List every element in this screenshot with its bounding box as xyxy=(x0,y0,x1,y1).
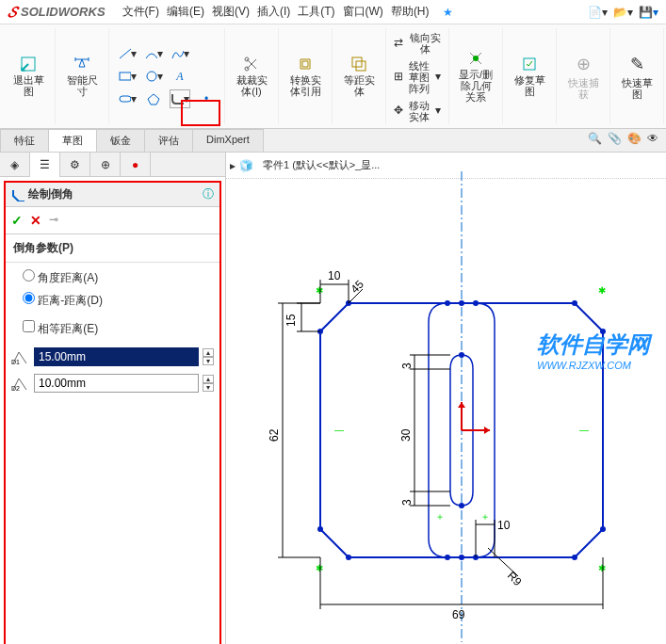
quick-sketch-button[interactable]: ✎ 快速草图 xyxy=(618,53,656,100)
part-icon: 🧊 xyxy=(239,159,253,172)
new-icon[interactable]: 📄▾ xyxy=(588,6,608,19)
cancel-button[interactable]: ✕ xyxy=(30,213,41,228)
workspace: ◈ ☰ ⚙ ⊕ ● 绘制倒角 ⓘ ✓ ✕ ⊸ 倒角参数(P) 角度距离(A) 距… xyxy=(0,153,666,644)
d2-up-button[interactable]: ▴ xyxy=(203,375,214,383)
svg-text:✱: ✱ xyxy=(598,285,606,296)
angle-distance-radio[interactable]: 角度距离(A) xyxy=(23,266,203,289)
rect-tool[interactable]: ▾ xyxy=(117,67,138,86)
d1-up-button[interactable]: ▴ xyxy=(203,348,214,357)
svg-point-19 xyxy=(572,555,577,560)
svg-point-25 xyxy=(445,300,450,306)
menu-window[interactable]: 窗口(W) xyxy=(343,4,383,20)
help-icon[interactable]: ⓘ xyxy=(203,186,214,202)
dim-r9: R9 xyxy=(505,569,525,588)
move-button[interactable]: 移动实体 xyxy=(409,100,430,122)
arc-tool[interactable]: ▾ xyxy=(143,44,164,63)
convert-button[interactable]: 转换实体引用 xyxy=(286,56,324,97)
equal-distance-checkbox[interactable]: 相等距离(E) xyxy=(23,317,203,340)
trim-button[interactable]: 裁裁实体(I) xyxy=(233,56,270,97)
sidebar-tab-dim[interactable]: ⊕ xyxy=(90,153,121,177)
dim-45: 45 xyxy=(348,278,366,297)
sidebar-tab-feature-tree[interactable]: ◈ xyxy=(0,153,30,177)
move-icon: ✥ xyxy=(394,104,403,117)
tab-sheet-metal[interactable]: 钣金 xyxy=(96,129,145,152)
graphics-area[interactable]: ▸ 🧊 零件1 (默认<<默认>_显... 软件自学网 WWW.RJZXW.CO… xyxy=(226,153,666,644)
search-icon[interactable]: 🔍 xyxy=(588,132,602,149)
save-icon[interactable]: 💾▾ xyxy=(639,6,658,19)
svg-point-26 xyxy=(473,300,479,306)
svg-point-29 xyxy=(459,352,464,358)
menu-edit[interactable]: 编辑(E) xyxy=(167,4,204,20)
repair-icon xyxy=(521,56,538,72)
exit-sketch-icon xyxy=(20,56,37,72)
svg-point-21 xyxy=(317,526,323,532)
d2-down-button[interactable]: ▾ xyxy=(203,383,214,392)
display-relations-button[interactable]: 显示/删除几何关系 xyxy=(457,50,495,103)
tab-dimxpert[interactable]: DimXpert xyxy=(192,129,264,152)
svg-rect-7 xyxy=(352,57,362,67)
ok-button[interactable]: ✓ xyxy=(11,213,23,228)
tab-evaluate[interactable]: 评估 xyxy=(144,129,193,152)
d2-input[interactable] xyxy=(34,374,199,393)
pin-icon[interactable]: ⊸ xyxy=(49,213,58,228)
pattern-button[interactable]: 线性草图阵列 xyxy=(409,60,430,94)
line-tool[interactable]: ▾ xyxy=(117,44,138,63)
spline-tool[interactable]: ▾ xyxy=(170,44,190,63)
svg-point-27 xyxy=(445,555,450,560)
sidebar-tab-config[interactable]: ⚙ xyxy=(60,153,90,177)
convert-icon xyxy=(297,56,314,72)
equal-distance-label: 相等距离(E) xyxy=(38,322,98,335)
offset-icon xyxy=(350,56,367,72)
menu-help[interactable]: 帮助(H) xyxy=(391,4,430,20)
panel-title: 绘制倒角 xyxy=(28,186,203,202)
fillet-tool[interactable]: ▾ xyxy=(170,89,190,108)
menu-file[interactable]: 文件(F) xyxy=(122,4,159,20)
pattern-icon: ⊞ xyxy=(394,70,403,83)
svg-point-20 xyxy=(346,555,351,560)
svg-text:—: — xyxy=(334,425,344,435)
svg-point-18 xyxy=(600,526,606,532)
polygon-tool[interactable] xyxy=(143,89,164,108)
menu-view[interactable]: 视图(V) xyxy=(212,4,250,20)
distance-distance-radio[interactable]: 距离-距离(D) xyxy=(23,289,203,312)
tab-sketch[interactable]: 草图 xyxy=(48,129,97,152)
text-tool[interactable]: A xyxy=(170,67,190,86)
sidebar-tab-appearance[interactable]: ● xyxy=(121,153,151,177)
exit-sketch-button[interactable]: 退出草图 xyxy=(9,56,47,97)
menu-insert[interactable]: 插入(I) xyxy=(257,4,290,20)
title-bar: 𝓢 SOLIDWORKS 文件(F) 编辑(E) 视图(V) 插入(I) 工具(… xyxy=(0,0,666,24)
star-icon[interactable]: ★ xyxy=(443,6,453,19)
point-tool[interactable]: • xyxy=(196,89,217,108)
svg-point-30 xyxy=(459,503,464,508)
mirror-button[interactable]: 镜向实体 xyxy=(409,32,441,55)
appearance-icon[interactable]: 🎨 xyxy=(627,132,642,149)
display-icon[interactable]: 👁 xyxy=(647,132,658,149)
annotation-icon[interactable]: 📎 xyxy=(608,132,622,149)
dim-right-10: 10 xyxy=(497,519,511,532)
smart-dim-button[interactable]: 智能尺寸 xyxy=(63,56,101,97)
open-icon[interactable]: 📂▾ xyxy=(613,6,633,19)
slot-tool[interactable]: ▾ xyxy=(117,89,138,108)
d1-down-button[interactable]: ▾ xyxy=(203,357,214,365)
svg-point-24 xyxy=(459,555,464,560)
display-relations-label: 显示/删除几何关系 xyxy=(457,69,495,103)
svg-text:＋: ＋ xyxy=(480,511,490,522)
expand-icon[interactable]: ▸ xyxy=(230,159,236,172)
d1-input[interactable] xyxy=(34,347,199,366)
menu-tools[interactable]: 工具(T) xyxy=(298,4,334,20)
tab-features[interactable]: 特征 xyxy=(0,129,49,152)
quick-snap-button[interactable]: ⊕ 快速捕获 xyxy=(564,53,602,100)
svg-text:✱: ✱ xyxy=(316,563,323,573)
app-name: SOLIDWORKS xyxy=(21,5,106,19)
chamfer-params-section: 倒角参数(P) xyxy=(6,234,219,263)
circle-tool[interactable]: ▾ xyxy=(143,67,164,86)
property-manager-sidebar: ◈ ☰ ⚙ ⊕ ● 绘制倒角 ⓘ ✓ ✕ ⊸ 倒角参数(P) 角度距离(A) 距… xyxy=(0,153,226,644)
sketch-canvas[interactable]: ✱✱✱✱ —— ＋＋ 10 15 45 3 30 xyxy=(226,171,659,642)
sidebar-tab-property-manager[interactable]: ☰ xyxy=(30,153,60,177)
chamfer-panel: 绘制倒角 ⓘ ✓ ✕ ⊸ 倒角参数(P) 角度距离(A) 距离-距离(D) 相等… xyxy=(4,181,221,644)
offset-button[interactable]: 等距实体 xyxy=(340,56,378,97)
quick-sketch-icon: ✎ xyxy=(625,53,648,75)
dim-3b: 3 xyxy=(400,499,414,506)
repair-button[interactable]: 修复草图 xyxy=(511,56,548,97)
svg-point-9 xyxy=(473,56,479,61)
